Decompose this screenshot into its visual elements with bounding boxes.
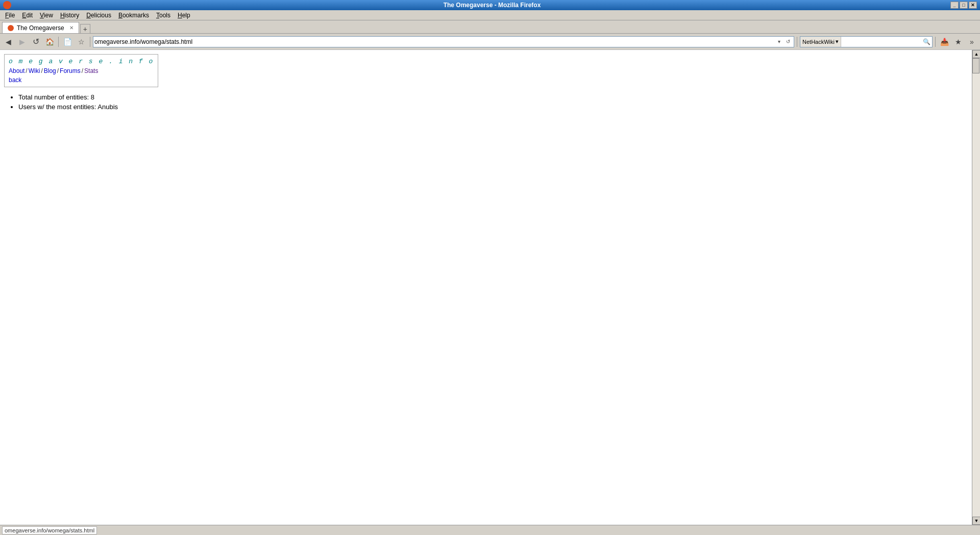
toolbar-separator-4 [935, 37, 936, 47]
menu-tools[interactable]: Tools [153, 11, 174, 20]
menubar: File Edit View History Delicious Bookmar… [0, 10, 980, 20]
bookmark-page-button[interactable]: ☆ [75, 36, 87, 48]
searchbar-wrapper: NetHackWiki ▾ 🔍 [800, 36, 933, 47]
bookmarks-manager-button[interactable]: ★ [952, 36, 964, 48]
titlebar: The Omegaverse - Mozilla Firefox _ □ ✕ [0, 0, 980, 10]
stats-content: Total number of entities: 8 Users w/ the… [4, 93, 968, 111]
search-dropdown-icon: ▾ [836, 38, 839, 45]
toolbar-separator-2 [90, 37, 90, 47]
tab-omegaverse[interactable]: The Omegaverse ✕ [2, 22, 79, 33]
nav-link-forums[interactable]: Forums [60, 67, 81, 74]
reload-button[interactable]: ↺ [30, 36, 42, 48]
bookmark-icon[interactable]: 📄 [61, 36, 74, 48]
menu-history[interactable]: History [57, 11, 82, 20]
back-button[interactable]: ◀ [2, 36, 14, 48]
back-link[interactable]: back [9, 77, 154, 84]
nav-sep-2: / [41, 67, 42, 74]
site-logo: o m e g a v e r s e . i n f o [9, 58, 154, 65]
scrollbar[interactable]: ▲ ▼ [972, 50, 980, 525]
browser-content: o m e g a v e r s e . i n f o About / Wi… [0, 50, 980, 525]
tab-title: The Omegaverse [17, 24, 64, 32]
downloads-button[interactable]: 📥 [938, 36, 950, 48]
minimize-button[interactable]: _ [950, 2, 959, 9]
window-title: The Omegaverse - Mozilla Firefox [444, 2, 541, 9]
firefox-logo-icon [3, 1, 11, 9]
address-input[interactable] [94, 38, 774, 45]
addressbar-dropdown-button[interactable]: ▾ [774, 37, 783, 46]
menu-delicious[interactable]: Delicious [83, 11, 114, 20]
nav-link-wiki[interactable]: Wiki [29, 67, 40, 74]
scroll-thumb[interactable] [972, 58, 979, 73]
stats-list: Total number of entities: 8 Users w/ the… [8, 93, 968, 111]
toolbar-separator-3 [797, 37, 797, 47]
addressbar-container: ▾ ↺ [93, 36, 794, 47]
search-input[interactable] [841, 38, 921, 45]
nav-links: About / Wiki / Blog / Forums / Stats [9, 67, 154, 74]
scroll-down-button[interactable]: ▼ [972, 517, 980, 525]
site-navigation-box: o m e g a v e r s e . i n f o About / Wi… [4, 54, 158, 87]
toolbar-separator-1 [58, 37, 59, 47]
tab-close-button[interactable]: ✕ [69, 25, 74, 31]
statusbar: omegaverse.info/womega/stats.html [0, 525, 980, 535]
scroll-up-button[interactable]: ▲ [972, 50, 980, 58]
status-url: omegaverse.info/womega/stats.html [2, 526, 97, 534]
nav-link-about[interactable]: About [9, 67, 24, 74]
stat-most-entities: Users w/ the most entities: Anubis [18, 103, 968, 111]
restore-button[interactable]: □ [960, 2, 968, 9]
nav-link-stats[interactable]: Stats [84, 67, 98, 74]
nav-sep-4: / [82, 67, 83, 74]
menu-view[interactable]: View [37, 11, 56, 20]
toolbar: ◀ ▶ ↺ 🏠 📄 ☆ ▾ ↺ NetHackWiki ▾ 🔍 📥 ★ » [0, 34, 980, 50]
new-tab-button[interactable]: + [80, 24, 90, 33]
nav-sep-1: / [26, 67, 27, 74]
menu-bookmarks[interactable]: Bookmarks [115, 11, 152, 20]
menu-file[interactable]: File [2, 11, 18, 20]
menu-help[interactable]: Help [175, 11, 193, 20]
home-button[interactable]: 🏠 [43, 36, 56, 48]
forward-button[interactable]: ▶ [16, 36, 28, 48]
nav-link-blog[interactable]: Blog [44, 67, 56, 74]
addressbar-reload-button[interactable]: ↺ [783, 37, 793, 46]
titlebar-controls: _ □ ✕ [950, 2, 977, 9]
nav-sep-3: / [57, 67, 59, 74]
close-button[interactable]: ✕ [969, 2, 977, 9]
addressbar-wrapper: ▾ ↺ [93, 36, 794, 47]
scroll-track[interactable] [972, 58, 980, 517]
search-engine-selector[interactable]: NetHackWiki ▾ [800, 37, 841, 47]
overflow-button[interactable]: » [966, 36, 978, 48]
tabbar: The Omegaverse ✕ + [0, 20, 980, 34]
menu-edit[interactable]: Edit [19, 11, 36, 20]
search-engine-label: NetHackWiki [802, 39, 835, 45]
stat-total-entities: Total number of entities: 8 [18, 93, 968, 101]
tab-favicon [8, 25, 14, 31]
page-area: o m e g a v e r s e . i n f o About / Wi… [0, 50, 972, 525]
search-button[interactable]: 🔍 [921, 37, 932, 47]
